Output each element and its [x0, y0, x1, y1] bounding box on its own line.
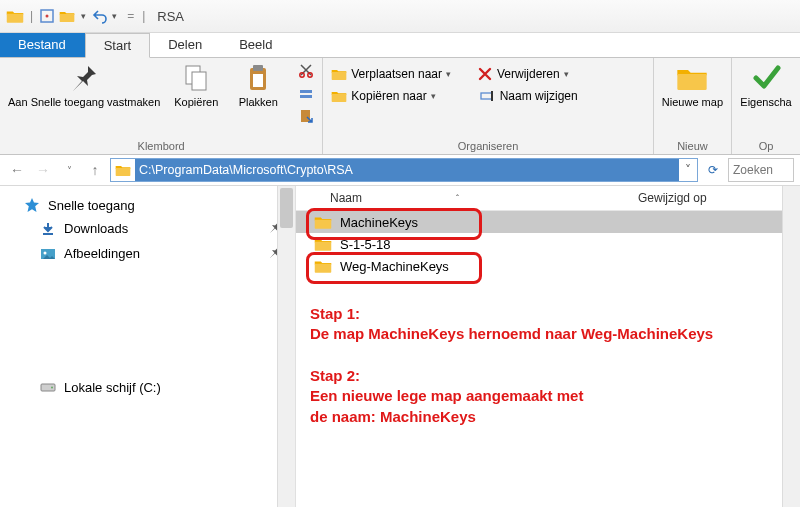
move-to-label: Verplaatsen naar [351, 67, 442, 81]
svg-rect-6 [253, 74, 263, 87]
tab-share[interactable]: Delen [150, 33, 221, 57]
refresh-button[interactable]: ⟳ [702, 163, 724, 177]
annotation-step2-text2: de naam: MachineKeys [310, 407, 583, 427]
content-pane: Naam ˆ Gewijzigd op MachineKeys S-1-5-18… [296, 186, 800, 507]
chevron-down-icon[interactable]: ▾ [112, 11, 117, 21]
nav-quick-access[interactable]: Snelle toegang [0, 194, 295, 216]
file-name: S-1-5-18 [340, 237, 391, 252]
svg-rect-9 [300, 90, 312, 93]
copy-to-label: Kopiëren naar [351, 89, 426, 103]
download-icon [40, 221, 56, 237]
properties-icon[interactable] [39, 8, 55, 24]
svg-rect-3 [192, 72, 206, 90]
address-bar[interactable]: ˅ [110, 158, 698, 182]
file-name: Weg-MachineKeys [340, 259, 449, 274]
annotation-step1-text: De map MachineKeys hernoemd naar Weg-Mac… [310, 324, 713, 344]
cut-icon[interactable] [298, 62, 314, 81]
quick-access-toolbar: | ▾ ▾ = | [6, 8, 147, 24]
nav-pictures[interactable]: Afbeeldingen [0, 241, 295, 266]
folder-icon [314, 215, 332, 229]
properties-label: Eigenscha [740, 96, 791, 108]
column-headers: Naam ˆ Gewijzigd op [296, 186, 800, 211]
file-row[interactable]: S-1-5-18 [296, 233, 800, 255]
folder-icon [314, 237, 332, 251]
rename-button[interactable]: Naam wijzigen [480, 88, 578, 104]
back-button[interactable]: ← [6, 159, 28, 181]
annotation-step1: Stap 1: De map MachineKeys hernoemd naar… [310, 304, 713, 345]
navpane-scrollbar[interactable] [277, 186, 295, 507]
search-placeholder: Zoeken [733, 163, 773, 177]
nav-label: Downloads [64, 221, 128, 236]
tab-view[interactable]: Beeld [221, 33, 291, 57]
folder-icon [115, 162, 131, 178]
folder-icon [6, 9, 24, 23]
drive-icon [40, 379, 56, 395]
delete-button[interactable]: Verwijderen▾ [477, 66, 569, 82]
nav-downloads[interactable]: Downloads [0, 216, 295, 241]
separator: | [30, 9, 33, 23]
star-icon [24, 197, 40, 213]
paste-button[interactable]: Plakken [232, 62, 284, 108]
properties-button[interactable]: Eigenscha [740, 62, 792, 108]
chevron-down-icon[interactable]: ▾ [81, 11, 86, 21]
nav-local-disk[interactable]: Lokale schijf (C:) [0, 376, 295, 398]
ribbon: Aan Snelle toegang vastmaken Kopiëren Pl… [0, 58, 800, 155]
nav-label: Snelle toegang [48, 198, 135, 213]
content-scrollbar[interactable] [782, 186, 800, 507]
column-modified-label: Gewijzigd op [638, 191, 707, 205]
undo-icon[interactable] [92, 8, 108, 24]
file-row[interactable]: Weg-MachineKeys [296, 255, 800, 277]
group-label-new: Nieuw [677, 140, 708, 152]
main-area: Snelle toegang Downloads Afbeeldingen Lo… [0, 186, 800, 507]
new-folder-button[interactable]: Nieuwe map [662, 62, 723, 108]
column-name-label: Naam [330, 191, 362, 205]
ribbon-tabs: Bestand Start Delen Beeld [0, 33, 800, 58]
file-name: MachineKeys [340, 215, 418, 230]
column-modified[interactable]: Gewijzigd op [630, 191, 800, 205]
nav-label: Afbeeldingen [64, 246, 140, 261]
rename-label: Naam wijzigen [500, 89, 578, 103]
svg-rect-11 [301, 110, 310, 122]
recent-locations-button[interactable]: ˅ [58, 159, 80, 181]
forward-button[interactable]: → [32, 159, 54, 181]
navigation-bar: ← → ˅ ↑ ˅ ⟳ Zoeken [0, 155, 800, 186]
copy-label: Kopiëren [174, 96, 218, 108]
copy-to-button[interactable]: Kopiëren naar▾ [331, 88, 435, 104]
tab-start[interactable]: Start [85, 33, 150, 58]
tab-file[interactable]: Bestand [0, 33, 85, 57]
ribbon-group-new: Nieuwe map Nieuw [654, 58, 732, 154]
search-box[interactable]: Zoeken [728, 158, 794, 182]
nav-label: Lokale schijf (C:) [64, 380, 161, 395]
new-folder-icon[interactable] [59, 8, 75, 24]
folder-icon [314, 259, 332, 273]
copy-path-icon[interactable] [298, 85, 314, 104]
svg-rect-14 [43, 233, 53, 235]
svg-rect-5 [253, 65, 263, 71]
move-to-button[interactable]: Verplaatsen naar▾ [331, 66, 451, 82]
separator: | [142, 9, 145, 23]
titlebar: | ▾ ▾ = | RSA [0, 0, 800, 33]
group-label-open: Op [759, 140, 774, 152]
svg-rect-10 [300, 95, 312, 98]
pin-quick-access-button[interactable]: Aan Snelle toegang vastmaken [8, 62, 160, 108]
copy-button[interactable]: Kopiëren [170, 62, 222, 108]
annotation-step2-title: Stap 2: [310, 366, 583, 386]
svg-rect-12 [481, 93, 492, 99]
window-title: RSA [157, 9, 184, 24]
group-label-clipboard: Klembord [138, 140, 185, 152]
file-row[interactable]: MachineKeys [296, 211, 800, 233]
ribbon-group-open: Eigenscha Op [732, 58, 800, 154]
pin-label: Aan Snelle toegang vastmaken [8, 96, 160, 108]
svg-point-1 [46, 15, 49, 18]
delete-label: Verwijderen [497, 67, 560, 81]
paste-shortcut-icon[interactable] [298, 108, 314, 127]
address-input[interactable] [135, 159, 679, 181]
sort-indicator-icon: ˆ [456, 193, 459, 203]
chevron-down-icon[interactable]: ˅ [679, 163, 697, 177]
ribbon-group-organise: Verplaatsen naar▾ Verwijderen▾ Kopiëren … [323, 58, 654, 154]
column-name[interactable]: Naam ˆ [296, 191, 630, 205]
paste-label: Plakken [239, 96, 278, 108]
svg-point-16 [44, 251, 47, 254]
up-button[interactable]: ↑ [84, 159, 106, 181]
annotation-step1-title: Stap 1: [310, 304, 713, 324]
